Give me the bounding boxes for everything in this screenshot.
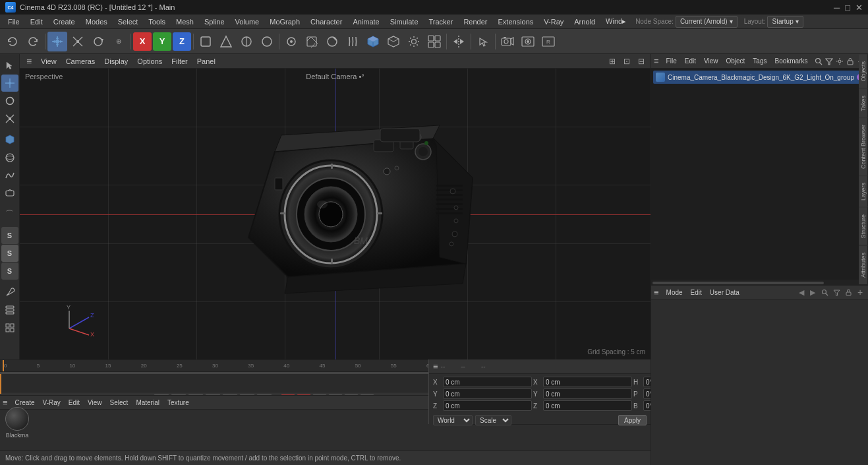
viewport-canvas[interactable]: Perspective Default Camera •° xyxy=(20,69,651,359)
obj-lock-icon[interactable] xyxy=(846,55,855,67)
z-axis-button[interactable]: Z xyxy=(173,32,191,51)
render-preview-button[interactable] xyxy=(518,32,538,51)
sidebar-sphere-button[interactable] xyxy=(1,149,18,166)
viewport-menu-panel[interactable]: Panel xyxy=(193,57,219,66)
sidebar-bend-button[interactable]: ⌒ xyxy=(1,206,18,223)
menu-character[interactable]: Character xyxy=(305,16,347,27)
vtab-attributes[interactable]: Attributes xyxy=(859,245,868,284)
coord-z2-input[interactable] xyxy=(543,400,632,411)
hair-button[interactable] xyxy=(343,32,362,51)
menu-tools[interactable]: Tools xyxy=(143,16,171,27)
coord-system-select[interactable]: World Object Camera xyxy=(433,415,473,425)
viewport-menu-filter[interactable]: Filter xyxy=(167,57,191,66)
coord-y2-input[interactable] xyxy=(543,388,632,399)
vtab-content-browser[interactable]: Content Browser xyxy=(859,117,868,175)
menu-create[interactable]: Create xyxy=(48,16,80,27)
undo-button[interactable] xyxy=(3,32,22,51)
mat-menu-material[interactable]: Material xyxy=(132,398,163,407)
sidebar-s1-button[interactable]: S xyxy=(1,227,18,244)
mat-menu-select[interactable]: Select xyxy=(107,398,132,407)
coord-z-input[interactable] xyxy=(443,400,532,411)
menu-file[interactable]: File xyxy=(3,16,25,27)
obj-filter-icon[interactable] xyxy=(825,55,834,67)
viewport-navigate-btn[interactable]: ⊞ xyxy=(606,55,619,68)
obj-panel-menu-icon[interactable]: ≡ xyxy=(654,56,659,66)
obj-search-icon[interactable] xyxy=(814,55,823,67)
viewport-maximize-btn[interactable]: ⊡ xyxy=(620,55,633,68)
snap-button[interactable] xyxy=(281,32,301,51)
menu-animate[interactable]: Animate xyxy=(347,16,384,27)
viewport-split-btn[interactable]: ⊟ xyxy=(635,55,648,68)
y-axis-button[interactable]: Y xyxy=(153,32,171,51)
unknown-tool[interactable]: ⊕ xyxy=(109,32,129,51)
minimize-button[interactable]: ─ xyxy=(834,3,840,13)
object-mode-button[interactable] xyxy=(196,32,216,51)
x-axis-button[interactable]: X xyxy=(133,32,152,51)
obj-menu-view[interactable]: View xyxy=(701,57,722,65)
menu-mesh[interactable]: Mesh xyxy=(171,16,199,27)
obj-menu-tags[interactable]: Tags xyxy=(749,57,770,65)
vtab-objects[interactable]: Objects xyxy=(859,54,868,88)
attr-back-btn[interactable]: ◀ xyxy=(796,287,807,297)
polygon-mode-button[interactable] xyxy=(257,32,277,51)
close-button[interactable]: ✕ xyxy=(855,3,863,13)
transform-mode-select[interactable]: Scale Move Rotate xyxy=(475,415,511,425)
material-button[interactable] xyxy=(322,32,342,51)
viewport-menu-icon[interactable]: ≡ xyxy=(22,55,36,68)
menu-spline[interactable]: Spline xyxy=(199,16,230,27)
apply-button[interactable]: Apply xyxy=(618,415,647,425)
sidebar-select-button[interactable] xyxy=(1,57,18,74)
obj-menu-file[interactable]: File xyxy=(663,57,680,65)
mat-menu-texture[interactable]: Texture xyxy=(164,398,192,407)
sidebar-scale-button[interactable] xyxy=(1,110,18,127)
attr-lock-icon[interactable] xyxy=(843,287,854,297)
redo-button[interactable] xyxy=(23,32,43,51)
obj-settings-icon[interactable] xyxy=(835,55,844,67)
sidebar-deformer-button[interactable] xyxy=(1,185,18,202)
sidebar-s3-button[interactable]: S xyxy=(1,263,18,280)
menu-wind[interactable]: Wind▸ xyxy=(600,16,631,27)
array-button[interactable] xyxy=(424,32,444,51)
sidebar-rotate-button[interactable] xyxy=(1,92,18,109)
menu-vray[interactable]: V-Ray xyxy=(538,16,569,27)
cube-outline-button[interactable] xyxy=(384,32,403,51)
node-space-dropdown[interactable]: Current (Arnold) ▾ xyxy=(676,16,738,28)
attr-search-icon[interactable] xyxy=(819,287,830,297)
move-tool-button[interactable] xyxy=(47,32,67,51)
attr-menu-icon[interactable]: ≡ xyxy=(654,288,659,297)
obj-menu-bookmarks[interactable]: Bookmarks xyxy=(771,57,811,65)
sidebar-s2-button[interactable]: S xyxy=(1,245,18,262)
mat-menu-edit[interactable]: Edit xyxy=(65,398,83,407)
mat-menu-vray[interactable]: V-Ray xyxy=(40,398,64,407)
menu-simulate[interactable]: Simulate xyxy=(385,16,424,27)
mirror-button[interactable] xyxy=(449,32,469,51)
vtab-takes[interactable]: Takes xyxy=(859,88,868,118)
maximize-button[interactable]: □ xyxy=(845,3,850,13)
menu-modes[interactable]: Modes xyxy=(80,16,113,27)
sidebar-paint-button[interactable] xyxy=(1,284,18,301)
menu-render[interactable]: Render xyxy=(458,16,492,27)
render-button[interactable]: R xyxy=(538,32,558,51)
viewport-menu-cameras[interactable]: Cameras xyxy=(62,57,100,66)
rotate-tool-button[interactable] xyxy=(88,32,108,51)
horizontal-scrollbar[interactable] xyxy=(651,280,868,286)
attr-menu-edit[interactable]: Edit xyxy=(687,288,705,297)
vtab-structure[interactable]: Structure xyxy=(859,207,868,245)
coord-y-input[interactable] xyxy=(443,388,532,399)
cube-button[interactable] xyxy=(363,32,383,51)
sidebar-cube-button[interactable] xyxy=(1,131,18,148)
obj-menu-object[interactable]: Object xyxy=(722,57,748,65)
edge-mode-button[interactable] xyxy=(237,32,256,51)
mat-menu-create[interactable]: Create xyxy=(12,398,38,407)
viewport-menu-options[interactable]: Options xyxy=(133,57,166,66)
sidebar-spline-button[interactable] xyxy=(1,167,18,184)
menu-volume[interactable]: Volume xyxy=(230,16,265,27)
obj-menu-edit[interactable]: Edit xyxy=(681,57,699,65)
texture-button[interactable] xyxy=(302,32,322,51)
menu-edit[interactable]: Edit xyxy=(25,16,48,27)
sidebar-layers-button[interactable] xyxy=(1,301,18,319)
menu-mograph[interactable]: MoGraph xyxy=(264,16,305,27)
gear-button[interactable] xyxy=(404,32,424,51)
menu-select[interactable]: Select xyxy=(113,16,144,27)
sidebar-grid-button[interactable] xyxy=(1,319,18,336)
